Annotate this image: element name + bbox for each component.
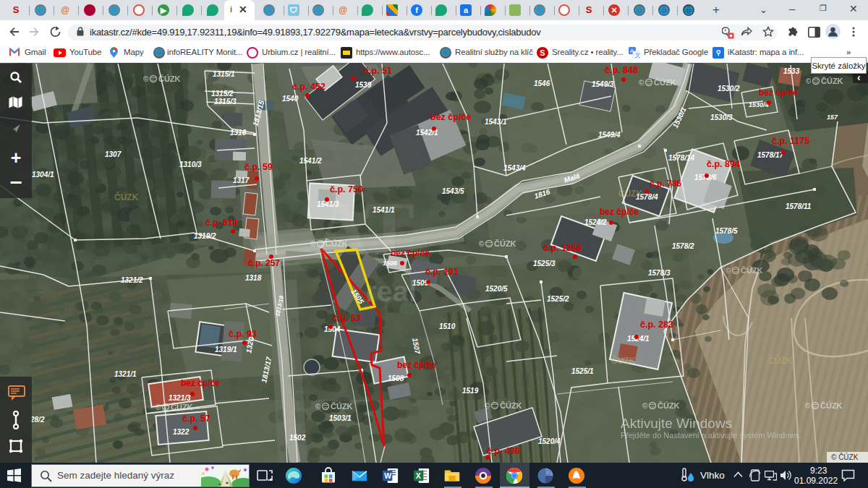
svg-text:č.p. 436: č.p. 436 [487, 446, 520, 456]
svg-text:©: © [726, 267, 731, 275]
svg-text:1540: 1540 [282, 95, 299, 103]
svg-text:1530/4: 1530/4 [749, 101, 769, 108]
svg-text:1310/3: 1310/3 [179, 160, 202, 168]
svg-text:č.p. 848: č.p. 848 [605, 65, 638, 75]
svg-text:1315/1: 1315/1 [213, 70, 235, 78]
svg-text:1549/4: 1549/4 [598, 131, 621, 139]
svg-text:1319/2: 1319/2 [194, 232, 216, 240]
svg-text:©: © [805, 402, 811, 410]
svg-text:ČÚZK: ČÚZK [654, 78, 676, 87]
svg-text:1530/2: 1530/2 [718, 85, 740, 93]
svg-text:1525/2: 1525/2 [547, 295, 569, 303]
svg-text:1543/1: 1543/1 [485, 118, 507, 126]
svg-text:1543/4: 1543/4 [503, 164, 526, 172]
svg-text:© ČÚZK: © ČÚZK [831, 453, 859, 461]
svg-text:1321/2: 1321/2 [121, 276, 143, 284]
svg-text:1533: 1533 [783, 67, 800, 75]
svg-text:č.p. 93: č.p. 93 [229, 329, 257, 339]
svg-text:č.p. 894: č.p. 894 [707, 159, 740, 169]
svg-text:bez čp/če: bez čp/če [759, 87, 798, 98]
svg-text:bez čp/če: bez čp/če [397, 360, 436, 370]
svg-text:1508: 1508 [388, 374, 404, 382]
svg-text:©: © [642, 402, 648, 410]
svg-text:©: © [479, 240, 485, 248]
svg-text:1318: 1318 [245, 274, 262, 282]
svg-text:文: 文 [635, 52, 641, 59]
svg-text:ČÚZK: ČÚZK [820, 401, 843, 410]
svg-text:č.p. 57: č.p. 57 [182, 414, 210, 424]
svg-text:ČÚZK: ČÚZK [611, 355, 636, 366]
svg-text:1315/3: 1315/3 [214, 98, 237, 106]
svg-text:ČÚZK: ČÚZK [331, 402, 353, 411]
svg-text:1524/2: 1524/2 [584, 218, 607, 226]
svg-text:real: real [365, 275, 417, 307]
svg-text:č.p. 257: č.p. 257 [248, 258, 280, 268]
svg-text:č.p. 1175: č.p. 1175 [772, 136, 809, 146]
svg-text:1503/1: 1503/1 [329, 414, 352, 422]
svg-text:1317: 1317 [233, 176, 250, 184]
svg-text:1549/3: 1549/3 [592, 80, 614, 88]
svg-text:1315/2: 1315/2 [211, 90, 234, 98]
svg-text:č.p. 452: č.p. 452 [292, 82, 326, 92]
svg-text:1578/17: 1578/17 [757, 151, 784, 159]
svg-text:bez čp/če: bez čp/če [600, 207, 639, 217]
svg-text:č.p. 191: č.p. 191 [425, 267, 459, 277]
svg-text:ČÚZK: ČÚZK [768, 355, 793, 366]
svg-text:Aktivujte Windows: Aktivujte Windows [621, 416, 732, 431]
svg-text:1321/1: 1321/1 [114, 370, 137, 378]
svg-text:č.p. 59: č.p. 59 [244, 162, 273, 172]
svg-text:Přejděte do Nastavení a aktivu: Přejděte do Nastavení a aktivujte systém… [621, 431, 801, 440]
svg-text:1546: 1546 [534, 80, 550, 87]
svg-text:1539: 1539 [355, 81, 372, 89]
svg-text:©: © [315, 403, 321, 411]
svg-text:1519: 1519 [462, 387, 479, 395]
svg-text:1578/5: 1578/5 [715, 227, 738, 235]
svg-text:1510: 1510 [439, 322, 456, 330]
svg-text:ČÚZK: ČÚZK [114, 192, 139, 202]
svg-text:ČÚZK: ČÚZK [500, 401, 522, 410]
svg-text:1316: 1316 [230, 129, 247, 137]
svg-text:1543/5: 1543/5 [442, 187, 464, 195]
svg-text:X: X [416, 471, 421, 480]
svg-text:č.p. 786: č.p. 786 [650, 179, 681, 189]
svg-text:č.p. 53: č.p. 53 [333, 313, 361, 323]
svg-text:ČÚZK: ČÚZK [618, 188, 643, 199]
svg-text:1319/1: 1319/1 [215, 346, 237, 354]
svg-text:1321/3: 1321/3 [169, 394, 191, 402]
svg-text:bez čp/če: bez čp/če [181, 378, 220, 388]
svg-text:č.p. 283: č.p. 283 [640, 320, 673, 330]
svg-text:28/2: 28/2 [30, 416, 45, 424]
svg-text:1502: 1502 [289, 434, 306, 442]
svg-text:1520/5: 1520/5 [485, 285, 508, 293]
svg-text:157: 157 [827, 114, 838, 121]
svg-text:W: W [384, 471, 391, 480]
svg-text:1530/3: 1530/3 [710, 114, 733, 121]
svg-text:1578/2: 1578/2 [672, 242, 694, 250]
svg-text:1304/1: 1304/1 [32, 171, 54, 179]
svg-text:©: © [806, 77, 812, 85]
svg-text:ČÚZK: ČÚZK [158, 74, 181, 83]
svg-text:č.p. 618: č.p. 618 [205, 218, 237, 228]
svg-text:1541/2: 1541/2 [299, 157, 322, 165]
svg-text:1578/14: 1578/14 [668, 154, 695, 162]
svg-text:1520/4: 1520/4 [538, 437, 561, 445]
svg-text:1307: 1307 [105, 150, 122, 158]
svg-text:ČÚZK: ČÚZK [494, 239, 516, 248]
svg-text:č.p. 1268: č.p. 1268 [543, 243, 582, 253]
svg-text:1525/3: 1525/3 [533, 260, 556, 267]
svg-text:1578/3: 1578/3 [648, 269, 671, 277]
svg-text:ČÚZK: ČÚZK [741, 266, 763, 275]
svg-text:ČÚZK: ČÚZK [821, 77, 843, 85]
svg-text:ČÚZK: ČÚZK [658, 401, 680, 410]
svg-text:1525/1: 1525/1 [571, 367, 594, 375]
svg-text:©: © [143, 75, 149, 83]
svg-text:ČÚZK: ČÚZK [171, 403, 193, 411]
svg-text:1578/11: 1578/11 [786, 202, 812, 210]
svg-text:č.p. 51: č.p. 51 [364, 66, 392, 76]
svg-text:©: © [639, 79, 644, 87]
svg-text:AT: AT [315, 187, 414, 271]
svg-text:©: © [156, 403, 161, 411]
svg-text:1322: 1322 [173, 428, 190, 436]
svg-text:bez čp/če: bez čp/če [430, 112, 471, 122]
svg-text:©: © [485, 402, 490, 410]
